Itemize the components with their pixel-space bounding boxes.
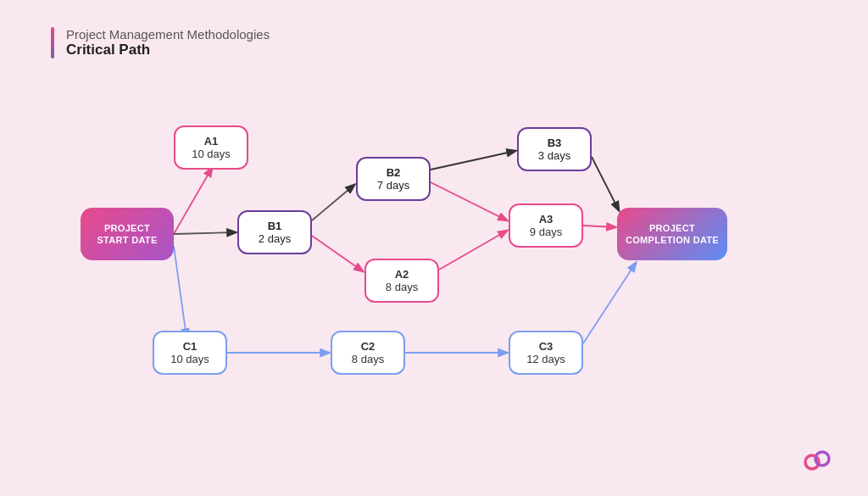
node-a1-days: 10 days [192,148,231,160]
node-b2: B2 7 days [356,157,431,201]
node-c1-days: 10 days [170,353,209,365]
node-a3-days: 9 days [530,226,562,238]
node-b3-days: 3 days [538,149,570,162]
node-a1: A1 10 days [174,125,248,170]
svg-line-12 [583,263,636,343]
node-start: PROJECT START DATE [81,208,174,260]
svg-line-3 [312,185,354,220]
node-a3-label: A3 [539,213,554,226]
node-c1-label: C1 [183,340,198,353]
node-a1-label: A1 [204,135,219,148]
node-c3-days: 12 days [526,353,565,365]
node-a2: A2 8 days [364,259,439,303]
node-a2-label: A2 [395,268,409,281]
node-end: PROJECT COMPLETION DATE [617,208,727,260]
node-end-line1: PROJECT [649,222,695,234]
node-c1: C1 10 days [153,331,227,375]
node-start-line2: START DATE [97,234,157,246]
header-text: Project Management Methodologies Critica… [66,27,270,59]
svg-line-4 [312,236,363,271]
svg-line-2 [174,246,186,337]
node-start-line1: PROJECT [104,222,150,234]
node-end-line2: COMPLETION DATE [626,234,719,246]
node-c3: C3 12 days [509,331,583,375]
node-b3: B3 3 days [517,127,592,171]
header-title: Critical Path [66,42,270,59]
header-subtitle: Project Management Methodologies [66,27,270,42]
svg-line-9 [583,226,615,227]
svg-line-7 [439,231,507,270]
node-c2: C2 8 days [331,331,405,375]
node-b1-days: 2 days [259,232,291,245]
svg-line-5 [431,151,515,170]
node-b2-days: 7 days [377,179,409,192]
node-c2-days: 8 days [352,353,384,365]
svg-line-0 [174,168,212,234]
header-bar [51,27,54,59]
node-b1: B1 2 days [237,210,312,254]
node-a3: A3 9 days [509,203,583,248]
logo [800,443,834,477]
svg-line-8 [592,157,619,210]
node-b1-label: B1 [268,220,282,232]
svg-line-6 [431,182,507,220]
header: Project Management Methodologies Critica… [51,27,270,59]
node-a2-days: 8 days [386,281,418,293]
node-c3-label: C3 [539,340,554,353]
node-b3-label: B3 [548,137,562,149]
node-b2-label: B2 [387,166,401,179]
svg-line-1 [174,232,236,234]
node-c2-label: C2 [361,340,376,353]
